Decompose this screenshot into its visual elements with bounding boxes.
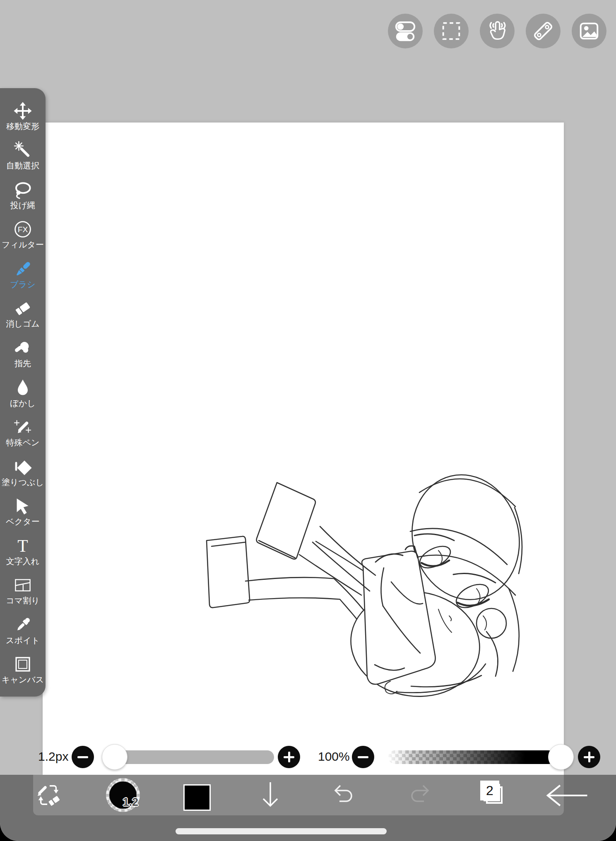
bottom-toolbar: 1.2 2 xyxy=(33,775,564,815)
down-arrow-icon[interactable] xyxy=(258,781,283,808)
sidebar-item-label: 指先 xyxy=(14,359,31,368)
lasso-icon xyxy=(13,180,33,200)
sidebar-item-label: コマ割り xyxy=(6,596,39,605)
sidebar-item-label: 文字入れ xyxy=(6,557,39,565)
sidebar-item-label: 塗りつぶし xyxy=(2,478,44,486)
brush-size-slider-thumb[interactable] xyxy=(102,744,128,770)
layers-button[interactable]: 2 xyxy=(480,781,510,810)
touch-gesture-button[interactable] xyxy=(480,14,515,48)
minus-icon xyxy=(358,756,368,758)
color-swatch[interactable] xyxy=(183,784,211,811)
magic-wand-icon xyxy=(13,140,33,160)
opacity-value: 100% xyxy=(318,750,350,764)
special-pen-icon xyxy=(13,417,33,437)
canvas-sketch xyxy=(196,458,527,698)
brush-size-preview[interactable]: 1.2 xyxy=(106,778,140,812)
sidebar-item-fill[interactable]: 塗りつぶし xyxy=(2,457,44,486)
sidebar-item-vector[interactable]: ベクター xyxy=(6,496,39,526)
sidebar-item-canvas[interactable]: キャンバス xyxy=(2,654,44,684)
sidebar-item-label: ベクター xyxy=(6,517,39,526)
fingertip-icon xyxy=(13,338,33,358)
fx-filter-icon: FX xyxy=(13,219,33,239)
opacity-increase-button[interactable] xyxy=(578,746,600,768)
sidebar-item-label: ブラシ xyxy=(10,280,35,288)
selection-marquee-icon xyxy=(439,19,463,43)
undo-icon[interactable] xyxy=(332,783,357,807)
sidebar-item-auto-select[interactable]: 自動選択 xyxy=(6,140,39,170)
drawing-canvas[interactable] xyxy=(43,123,564,775)
fill-bucket-icon xyxy=(13,457,33,477)
opacity-slider-thumb[interactable] xyxy=(548,744,574,770)
sidebar-item-label: ぼかし xyxy=(10,399,35,407)
sidebar-item-brush[interactable]: ブラシ xyxy=(10,259,35,288)
text-tool-icon: T xyxy=(13,536,33,556)
eraser-icon xyxy=(13,298,33,318)
back-arrow-icon[interactable] xyxy=(541,783,590,808)
layers-count-badge: 2 xyxy=(480,781,499,800)
sidebar-item-fingertip[interactable]: 指先 xyxy=(13,338,33,368)
sidebar-item-blur[interactable]: ぼかし xyxy=(10,378,35,407)
vector-cursor-icon xyxy=(13,496,33,516)
sidebar-item-filter[interactable]: FX フィルター xyxy=(2,219,44,249)
top-toolbar xyxy=(388,14,606,48)
ruler-icon xyxy=(531,19,555,43)
tool-sidebar: 移動変形 自動選択 投げ縄 FX xyxy=(0,88,46,697)
sidebar-item-label: 特殊ペン xyxy=(6,438,40,447)
sidebar-item-eraser[interactable]: 消しゴム xyxy=(6,298,39,328)
sidebar-item-label: 自動選択 xyxy=(6,161,39,170)
opacity-decrease-button[interactable] xyxy=(352,746,374,768)
sidebar-item-eyedropper[interactable]: スポイト xyxy=(6,615,40,644)
sidebar-item-text[interactable]: T 文字入れ xyxy=(6,536,39,565)
blur-drop-icon xyxy=(13,378,33,398)
sidebar-item-label: 投げ縄 xyxy=(10,201,35,209)
image-button[interactable] xyxy=(572,14,606,48)
minus-icon xyxy=(77,756,88,758)
touch-gesture-icon xyxy=(485,19,509,43)
brush-size-slider[interactable] xyxy=(109,750,274,764)
sidebar-item-move-transform[interactable]: 移動変形 xyxy=(6,101,39,130)
image-reference-icon xyxy=(577,19,601,43)
brush-size-value: 1.2px xyxy=(38,750,68,764)
svg-text:T: T xyxy=(17,536,28,555)
sidebar-item-label: キャンバス xyxy=(2,675,44,684)
panel-divide-icon xyxy=(13,575,33,595)
svg-text:FX: FX xyxy=(18,225,28,234)
brush-icon xyxy=(13,259,33,279)
opacity-slider[interactable] xyxy=(388,750,555,764)
canvas-tool-icon xyxy=(13,654,33,674)
home-indicator[interactable] xyxy=(176,828,387,834)
brush-eraser-swap-icon[interactable] xyxy=(36,782,62,808)
sidebar-item-lasso[interactable]: 投げ縄 xyxy=(10,180,35,209)
eyedropper-icon xyxy=(13,615,33,635)
sidebar-item-panel-divide[interactable]: コマ割り xyxy=(6,575,39,605)
move-transform-icon xyxy=(13,101,33,121)
paint-app-window: 移動変形 自動選択 投げ縄 FX xyxy=(0,0,616,841)
sidebar-item-label: 消しゴム xyxy=(6,320,39,328)
sidebar-item-special-pen[interactable]: 特殊ペン xyxy=(6,417,40,447)
redo-icon[interactable] xyxy=(407,783,431,807)
settings-toggles-button[interactable] xyxy=(388,14,423,48)
sidebar-item-label: スポイト xyxy=(6,636,40,644)
sidebar-item-label: 移動変形 xyxy=(6,122,39,130)
ruler-button[interactable] xyxy=(526,14,561,48)
plus-bar xyxy=(288,752,290,762)
toggles-settings-icon xyxy=(393,19,417,43)
brush-size-badge: 1.2 xyxy=(123,796,138,809)
brush-size-increase-button[interactable] xyxy=(278,746,300,768)
selection-button[interactable] xyxy=(434,14,469,48)
brush-size-decrease-button[interactable] xyxy=(72,746,94,768)
sidebar-item-label: フィルター xyxy=(2,240,44,249)
plus-bar xyxy=(588,752,590,762)
